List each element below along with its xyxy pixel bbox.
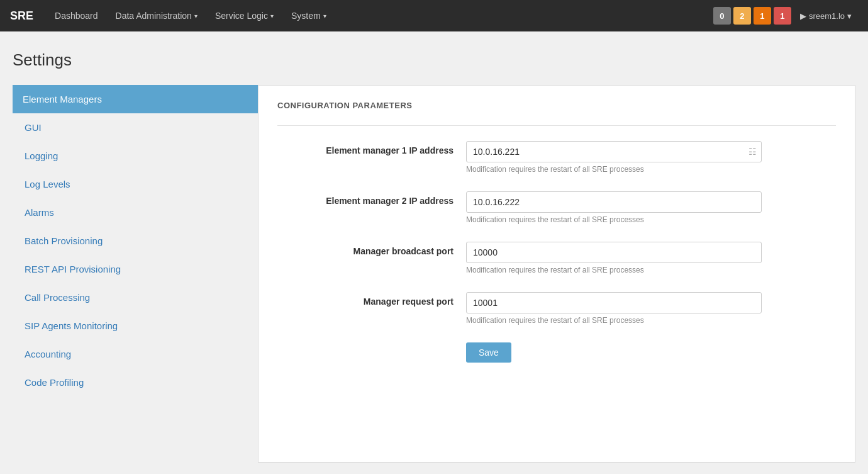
- section-divider: [277, 125, 836, 126]
- chevron-down-icon: ▾: [270, 13, 274, 20]
- brand-logo: SRE: [10, 9, 33, 23]
- chevron-down-icon: ▾: [194, 13, 198, 20]
- input-em2-ip[interactable]: [466, 191, 762, 213]
- sidebar-item-log-levels[interactable]: Log Levels: [13, 170, 258, 198]
- hint-broadcast-port: Modification requires the restart of all…: [466, 266, 836, 274]
- sidebar-item-rest-api-provisioning[interactable]: REST API Provisioning: [13, 255, 258, 283]
- hint-em1-ip: Modification requires the restart of all…: [466, 165, 836, 174]
- input-broadcast-port[interactable]: [466, 242, 762, 263]
- sidebar-item-alarms[interactable]: Alarms: [13, 198, 258, 227]
- sidebar-item-gui[interactable]: GUI: [13, 113, 258, 142]
- badge-orange[interactable]: 1: [754, 7, 771, 25]
- page-title: Settings: [13, 50, 855, 70]
- nav-data-administration[interactable]: Data Administration ▾: [107, 0, 206, 31]
- config-section-title: CONFIGURATION PARAMETERS: [277, 101, 836, 110]
- field-wrapper-em2-ip: Modification requires the restart of all…: [466, 191, 836, 224]
- form-row-em2-ip: Element manager 2 IP address Modificatio…: [277, 191, 836, 224]
- badge-yellow[interactable]: 2: [733, 7, 751, 25]
- form-row-save: Save: [277, 342, 836, 363]
- navbar: SRE Dashboard Data Administration ▾ Serv…: [0, 0, 868, 31]
- field-wrapper-em1-ip: ☷ Modification requires the restart of a…: [466, 141, 836, 174]
- hint-request-port: Modification requires the restart of all…: [466, 316, 836, 325]
- form-row-broadcast-port: Manager broadcast port Modification requ…: [277, 242, 836, 274]
- hint-em2-ip: Modification requires the restart of all…: [466, 215, 836, 224]
- nav-dashboard[interactable]: Dashboard: [46, 0, 107, 31]
- main-panel: CONFIGURATION PARAMETERS Element manager…: [258, 85, 855, 463]
- sidebar-item-logging[interactable]: Logging: [13, 142, 258, 170]
- chevron-down-icon: ▾: [323, 13, 326, 20]
- badge-gray[interactable]: 0: [713, 7, 731, 25]
- nav-service-logic[interactable]: Service Logic ▾: [206, 0, 282, 31]
- user-chevron-icon: ▾: [847, 11, 852, 21]
- input-em1-ip[interactable]: [466, 141, 762, 162]
- nav-system[interactable]: System ▾: [282, 0, 335, 31]
- label-em2-ip: Element manager 2 IP address: [277, 191, 453, 206]
- sidebar-item-accounting[interactable]: Accounting: [13, 340, 258, 368]
- save-button[interactable]: Save: [466, 342, 511, 363]
- field-wrapper-request-port: Modification requires the restart of all…: [466, 292, 836, 325]
- user-icon: ▶: [800, 11, 806, 21]
- sidebar-item-call-processing[interactable]: Call Processing: [13, 283, 258, 312]
- content-layout: Element Managers GUI Logging Log Levels …: [13, 85, 855, 463]
- label-broadcast-port: Manager broadcast port: [277, 242, 453, 256]
- field-wrapper-broadcast-port: Modification requires the restart of all…: [466, 242, 836, 274]
- label-request-port: Manager request port: [277, 292, 453, 307]
- copy-icon: ☷: [748, 147, 757, 157]
- navbar-right: 0 2 1 1 ▶ sreem1.lo ▾: [713, 0, 858, 31]
- sidebar-item-batch-provisioning[interactable]: Batch Provisioning: [13, 227, 258, 255]
- form-row-em1-ip: Element manager 1 IP address ☷ Modificat…: [277, 141, 836, 174]
- sidebar-item-code-profiling[interactable]: Code Profiling: [13, 368, 258, 397]
- sidebar-item-sip-agents-monitoring[interactable]: SIP Agents Monitoring: [13, 312, 258, 340]
- sidebar: Element Managers GUI Logging Log Levels …: [13, 85, 258, 397]
- user-menu[interactable]: ▶ sreem1.lo ▾: [794, 0, 858, 31]
- label-em1-ip: Element manager 1 IP address: [277, 141, 453, 155]
- form-row-request-port: Manager request port Modification requir…: [277, 292, 836, 325]
- sidebar-item-element-managers[interactable]: Element Managers: [13, 85, 258, 113]
- input-request-port[interactable]: [466, 292, 762, 313]
- badge-red[interactable]: 1: [774, 7, 791, 25]
- page-wrapper: Settings Element Managers GUI Logging Lo…: [0, 31, 868, 474]
- input-wrapper-em1-ip: ☷: [466, 141, 762, 162]
- username-label: sreem1.lo: [809, 11, 845, 21]
